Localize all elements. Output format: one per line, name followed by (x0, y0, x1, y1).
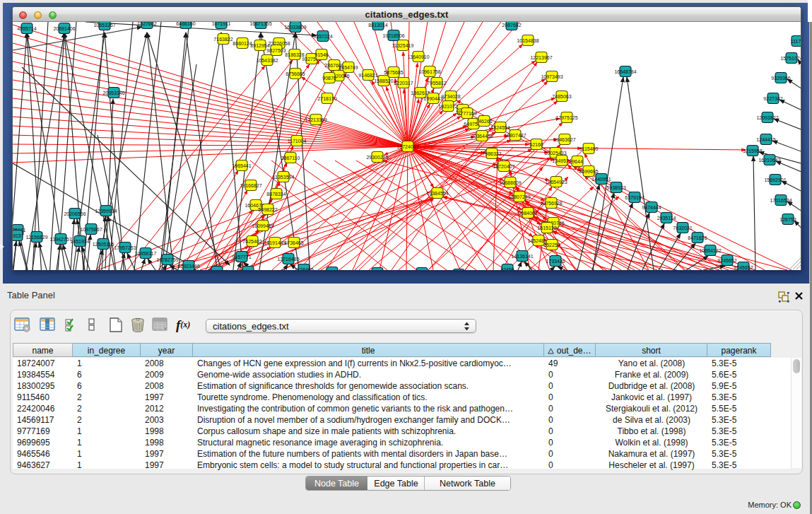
svg-text:8220317: 8220317 (394, 81, 413, 86)
svg-text:9084067: 9084067 (518, 211, 537, 216)
svg-text:92456: 92456 (500, 267, 514, 271)
svg-text:17016534: 17016534 (770, 198, 792, 203)
svg-text:1362615: 1362615 (411, 90, 430, 95)
svg-text:10653267: 10653267 (93, 23, 115, 28)
svg-text:16548784: 16548784 (614, 69, 636, 74)
svg-text:12213967: 12213967 (530, 55, 552, 60)
svg-text:2935114: 2935114 (657, 216, 676, 221)
svg-text:8912954: 8912954 (250, 43, 269, 48)
svg-text:10973493: 10973493 (541, 74, 563, 79)
svg-text:20691406: 20691406 (53, 26, 75, 31)
svg-text:16210643: 16210643 (758, 158, 780, 163)
svg-text:3867110: 3867110 (281, 156, 300, 160)
svg-text:1451934: 1451934 (70, 239, 89, 244)
svg-text:1071911: 1071911 (212, 22, 231, 26)
svg-text:5875685: 5875685 (384, 70, 403, 75)
svg-text:10543382: 10543382 (256, 58, 278, 63)
svg-text:9245652: 9245652 (717, 258, 736, 263)
svg-text:1965441: 1965441 (232, 163, 251, 168)
svg-text:11353594: 11353594 (273, 175, 295, 180)
svg-text:20364436: 20364436 (471, 134, 493, 139)
svg-text:1588520: 1588520 (374, 78, 393, 83)
svg-text:12975125: 12975125 (555, 115, 577, 120)
svg-text:90876: 90876 (322, 76, 336, 81)
svg-text:10654122: 10654122 (699, 248, 721, 253)
svg-text:20206556: 20206556 (64, 211, 86, 216)
svg-text:14191449: 14191449 (264, 240, 286, 245)
svg-text:8471626: 8471626 (688, 235, 707, 240)
svg-text:14136141: 14136141 (511, 254, 533, 259)
svg-text:62160: 62160 (529, 142, 543, 147)
svg-text:19463627: 19463627 (553, 137, 575, 142)
svg-text:9227342: 9227342 (763, 96, 782, 101)
svg-text:1292344: 1292344 (207, 269, 226, 271)
svg-text:9734028: 9734028 (441, 94, 460, 99)
svg-text:8878334: 8878334 (266, 192, 286, 197)
svg-text:9146821: 9146821 (358, 73, 377, 78)
svg-text:9457771: 9457771 (232, 255, 251, 259)
svg-text:10025433: 10025433 (544, 151, 566, 156)
svg-text:9329366: 9329366 (771, 76, 790, 81)
svg-text:5938923: 5938923 (606, 185, 625, 190)
svg-text:15692901: 15692901 (764, 177, 786, 182)
svg-text:15751074: 15751074 (780, 56, 801, 61)
svg-text:10961758: 10961758 (418, 69, 440, 74)
svg-text:2718170: 2718170 (317, 96, 336, 101)
svg-text:10975867: 10975867 (80, 227, 102, 232)
svg-text:7632021: 7632021 (673, 226, 692, 230)
svg-text:1440951: 1440951 (592, 177, 611, 182)
svg-text:3718465: 3718465 (294, 267, 313, 271)
svg-text:104492: 104492 (240, 269, 256, 271)
svg-text:1990443: 1990443 (423, 96, 442, 101)
svg-text:7986322: 7986322 (482, 151, 501, 156)
svg-text:18807249: 18807249 (508, 194, 530, 199)
svg-text:7955812: 7955812 (427, 81, 446, 86)
svg-text:16033809: 16033809 (284, 25, 306, 30)
svg-text:252254: 252254 (543, 243, 560, 247)
svg-text:29300275: 29300275 (366, 155, 388, 160)
svg-text:6756685: 6756685 (286, 71, 305, 76)
svg-text:8660124: 8660124 (233, 41, 252, 46)
svg-text:9357224: 9357224 (313, 34, 332, 39)
svg-text:10807487: 10807487 (504, 133, 526, 138)
svg-text:126753: 126753 (779, 217, 796, 222)
svg-text:6466160: 6466160 (176, 22, 195, 26)
svg-text:1921072: 1921072 (438, 104, 457, 109)
svg-text:10756928: 10756928 (540, 201, 562, 206)
svg-text:18720407: 18720407 (493, 164, 514, 169)
svg-text:10154838: 10154838 (517, 38, 539, 43)
svg-text:19218506: 19218506 (382, 33, 404, 38)
svg-text:8699695: 8699695 (579, 169, 598, 174)
svg-text:746266: 746266 (476, 119, 492, 124)
svg-text:1824554: 1824554 (490, 125, 510, 130)
svg-text:12156829: 12156829 (25, 235, 47, 240)
svg-text:16671355: 16671355 (249, 22, 271, 26)
svg-text:20953346: 20953346 (102, 90, 124, 95)
svg-text:1171004: 1171004 (288, 139, 307, 144)
svg-text:11325419: 11325419 (392, 43, 414, 48)
svg-text:1349574: 1349574 (552, 158, 571, 163)
svg-text:7625402: 7625402 (242, 239, 261, 244)
svg-text:1527602: 1527602 (137, 22, 156, 26)
svg-text:18724007: 18724007 (396, 144, 418, 149)
svg-text:1733426: 1733426 (546, 259, 565, 264)
svg-text:9474444: 9474444 (642, 205, 661, 210)
svg-text:17359934: 17359934 (95, 209, 117, 214)
svg-text:13716485: 13716485 (277, 257, 299, 262)
svg-text:12505115: 12505115 (93, 242, 114, 247)
svg-text:9245652: 9245652 (734, 265, 753, 270)
svg-text:9644: 9644 (572, 159, 583, 164)
svg-text:13942757: 13942757 (49, 237, 71, 242)
svg-text:8454749: 8454749 (339, 65, 358, 70)
svg-text:16782759: 16782759 (156, 257, 178, 262)
svg-text:19166827: 19166827 (240, 183, 261, 188)
svg-text:39157: 39157 (13, 233, 24, 238)
svg-text:19384554: 19384554 (426, 191, 448, 196)
svg-text:16099489: 16099489 (252, 223, 273, 228)
svg-text:9827503: 9827503 (266, 48, 286, 53)
svg-text:91546: 91546 (314, 52, 329, 57)
svg-text:12923448: 12923448 (177, 264, 199, 269)
svg-text:1244415: 1244415 (756, 137, 775, 142)
svg-text:4055714: 4055714 (17, 26, 36, 31)
svg-text:19654923: 19654923 (545, 180, 567, 185)
